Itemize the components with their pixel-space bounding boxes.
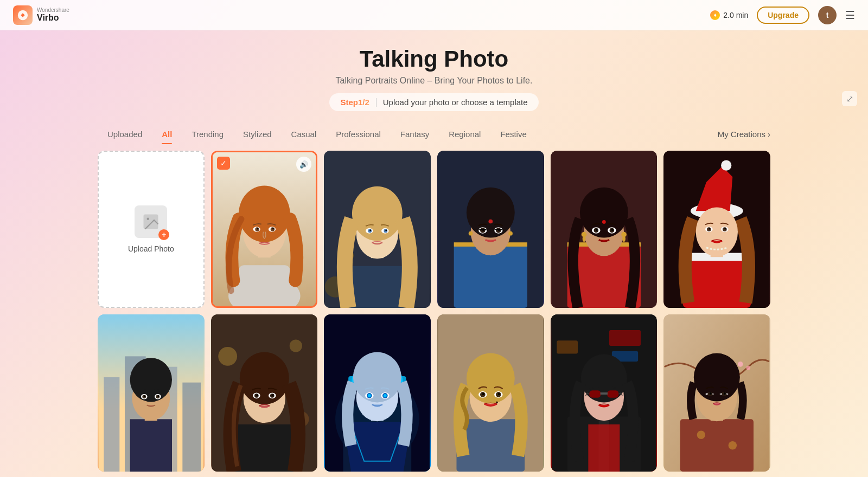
tab-bar: Uploaded All Trending Stylized Casual Pr… xyxy=(0,124,868,144)
photo-card-7[interactable] xyxy=(211,314,318,472)
svg-point-35 xyxy=(467,188,515,238)
svg-point-151 xyxy=(697,431,705,439)
svg-rect-76 xyxy=(104,377,119,472)
upload-label: Upload Photo xyxy=(128,244,174,253)
tab-regional[interactable]: Regional xyxy=(439,124,490,144)
svg-rect-79 xyxy=(182,383,201,472)
upload-icon: + xyxy=(135,205,167,238)
svg-point-28 xyxy=(386,230,387,231)
photo-card-10[interactable] xyxy=(551,314,658,472)
upload-image-icon xyxy=(141,212,161,231)
svg-point-60 xyxy=(596,229,598,231)
svg-point-158 xyxy=(694,353,740,402)
logo-text: Wondershare Virbo xyxy=(37,7,69,23)
photo-card-11[interactable] xyxy=(663,314,770,472)
svg-point-50 xyxy=(580,188,628,238)
photo-card-1[interactable]: ✓ 🔊 xyxy=(211,151,318,308)
svg-point-130 xyxy=(498,393,500,395)
my-creations-label: My Creations xyxy=(718,130,765,139)
logo-brand: Wondershare xyxy=(37,7,69,13)
svg-point-61 xyxy=(611,229,614,231)
svg-rect-138 xyxy=(588,424,620,472)
svg-point-83 xyxy=(130,358,172,402)
svg-rect-135 xyxy=(557,341,578,354)
svg-point-148 xyxy=(738,362,743,367)
tab-professional[interactable]: Professional xyxy=(326,124,391,144)
svg-rect-144 xyxy=(600,392,608,395)
svg-rect-150 xyxy=(680,420,754,472)
svg-point-161 xyxy=(710,392,712,395)
upgrade-button[interactable]: Upgrade xyxy=(757,7,809,24)
svg-point-68 xyxy=(696,208,738,257)
svg-point-2 xyxy=(147,218,150,221)
svg-point-27 xyxy=(370,230,372,231)
svg-rect-133 xyxy=(609,330,641,346)
svg-point-13 xyxy=(257,228,258,230)
svg-point-92 xyxy=(289,340,302,352)
photo-card-9[interactable] xyxy=(437,314,544,472)
tab-stylized[interactable]: Stylized xyxy=(233,124,282,144)
svg-point-141 xyxy=(580,354,627,403)
photo-card-2[interactable] xyxy=(324,151,431,308)
svg-point-103 xyxy=(272,395,273,396)
tab-fantasy[interactable]: Fantasy xyxy=(391,124,439,144)
svg-point-22 xyxy=(352,186,403,241)
next-btn-container: Next xyxy=(0,472,868,477)
photo-card-8[interactable] xyxy=(324,314,431,472)
svg-point-66 xyxy=(721,160,731,171)
photo-card-1-inner: ✓ 🔊 xyxy=(213,152,316,306)
svg-point-36 xyxy=(488,220,493,224)
step-text: Step1/2 xyxy=(340,98,369,107)
tab-uploaded[interactable]: Uploaded xyxy=(98,124,152,144)
tab-festive[interactable]: Festive xyxy=(490,124,536,144)
svg-point-91 xyxy=(218,347,237,366)
svg-rect-94 xyxy=(233,424,296,472)
svg-point-53 xyxy=(582,236,585,242)
svg-rect-80 xyxy=(130,420,172,472)
svg-point-112 xyxy=(353,352,401,403)
menu-icon[interactable]: ☰ xyxy=(845,9,855,22)
my-creations-arrow: › xyxy=(768,130,770,139)
collapse-icon[interactable]: ⤢ xyxy=(842,91,857,106)
photo-card-6[interactable] xyxy=(98,314,205,472)
tab-all[interactable]: All xyxy=(152,124,182,144)
svg-rect-143 xyxy=(607,391,618,398)
tab-trending[interactable]: Trending xyxy=(182,124,233,144)
avatar: t xyxy=(818,6,837,24)
photo-card-3[interactable] xyxy=(437,151,544,308)
svg-point-131 xyxy=(496,402,498,404)
svg-point-55 xyxy=(622,236,626,242)
svg-rect-142 xyxy=(589,391,601,398)
step-divider xyxy=(376,98,376,107)
svg-point-102 xyxy=(256,395,258,396)
header: Wondershare Virbo ♦ 2.0 min Upgrade t ☰ xyxy=(0,0,868,30)
svg-point-129 xyxy=(482,393,484,395)
upload-card[interactable]: + Upload Photo xyxy=(98,151,205,308)
tab-casual[interactable]: Casual xyxy=(282,124,327,144)
credits-display: ♦ 2.0 min xyxy=(710,10,748,20)
svg-point-162 xyxy=(724,392,726,395)
svg-rect-5 xyxy=(239,266,290,307)
svg-point-44 xyxy=(508,231,513,236)
svg-point-149 xyxy=(746,366,751,370)
page-subtitle: Talking Portraits Online – Bring Your Ph… xyxy=(0,76,868,86)
upload-plus-icon: + xyxy=(158,229,169,240)
svg-point-118 xyxy=(384,394,387,397)
svg-point-124 xyxy=(467,353,515,404)
step-desc: Upload your photo or choose a template xyxy=(383,98,528,107)
credits-icon: ♦ xyxy=(710,10,720,20)
hero-section: Talking Photo Talking Portraits Online –… xyxy=(0,30,868,120)
logo: Wondershare Virbo xyxy=(13,5,69,25)
page-title: Talking Photo xyxy=(0,46,868,73)
svg-point-8 xyxy=(239,186,290,242)
my-creations-link[interactable]: My Creations › xyxy=(718,130,770,139)
svg-point-51 xyxy=(602,220,606,224)
header-right: ♦ 2.0 min Upgrade t ☰ xyxy=(710,6,855,24)
photo-card-5[interactable] xyxy=(663,151,770,308)
svg-point-117 xyxy=(368,394,371,397)
svg-point-89 xyxy=(157,396,159,397)
svg-point-43 xyxy=(469,231,473,236)
logo-name: Virbo xyxy=(37,13,69,23)
photo-card-4[interactable] xyxy=(551,151,658,308)
svg-point-14 xyxy=(272,228,274,230)
